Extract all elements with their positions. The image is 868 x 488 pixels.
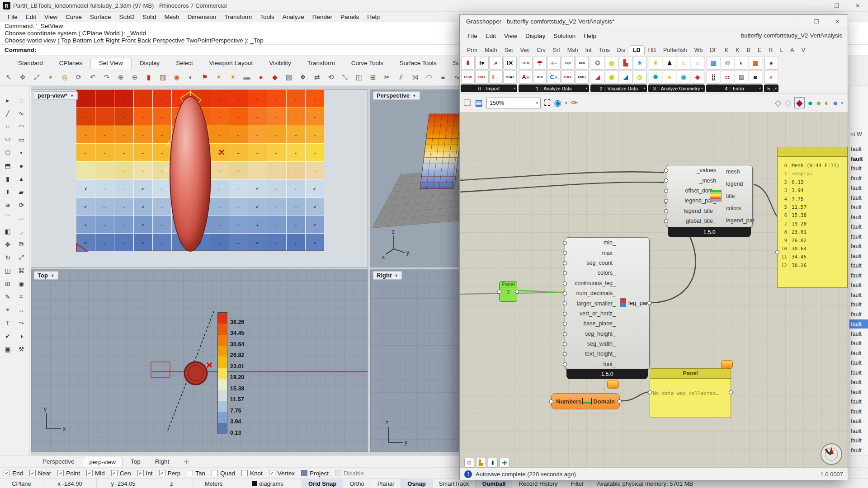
layer-row[interactable]: fault [849, 213, 868, 222]
panel-component-nodata[interactable]: Panel No data was collected… [650, 368, 731, 418]
layer-row[interactable]: fault [849, 222, 868, 231]
zoom-focus-icon[interactable]: ⛶ [544, 98, 550, 108]
gh-tab-pufferfish-12[interactable]: Pufferfish [660, 46, 691, 55]
ball-teal-icon[interactable]: ● [808, 98, 813, 108]
copy-icon[interactable]: ⧉ [15, 238, 28, 250]
input-port[interactable] [563, 271, 567, 275]
toolbar-tab-display[interactable]: Display [132, 57, 168, 69]
ellipse-icon[interactable]: ⬭ [2, 133, 14, 145]
output-label[interactable]: legend [726, 181, 743, 187]
checkbox-icon[interactable] [335, 470, 341, 476]
menu-help[interactable]: Help [363, 13, 384, 21]
menu-transform[interactable]: Transform [220, 13, 256, 21]
panel-component-data[interactable]: 0Mesh (V:44 F:11)1<empty>20.1333.9447.75… [777, 147, 848, 288]
checkbox-icon[interactable] [212, 470, 218, 476]
zoom-target-icon[interactable]: ◎ [59, 71, 71, 83]
gh-tab-k-16[interactable]: K [732, 46, 743, 55]
menu-analyze[interactable]: Analyze [278, 13, 308, 21]
checkbox-icon[interactable]: ✓ [137, 470, 144, 476]
checkbox-icon[interactable]: ✓ [269, 470, 275, 476]
lb-component-icon[interactable]: ◙ [749, 70, 762, 84]
gh-tab-set-2[interactable]: Set [501, 46, 517, 55]
input-port[interactable] [563, 282, 567, 286]
layer-row[interactable]: fault [849, 164, 868, 173]
layer-row[interactable]: fault [849, 319, 868, 328]
legend-parameters-component[interactable]: min_max_seg_count_colors_continuous_leg_… [565, 237, 650, 369]
checkbox-icon[interactable]: ✓ [57, 470, 64, 476]
input-label[interactable]: num_decimals_ [576, 290, 616, 296]
gh-tab-v-22[interactable]: V [798, 46, 809, 55]
gh-menu-edit[interactable]: Edit [481, 32, 500, 40]
save-file-icon[interactable]: ▤ [475, 98, 483, 108]
status-toggle-record-history[interactable]: Record History [512, 479, 564, 488]
lb-component-icon[interactable]: ◗ [764, 70, 778, 84]
leader-icon[interactable]: ⤳ [15, 317, 28, 329]
point-icon[interactable]: • [15, 146, 28, 159]
osnap-perp[interactable]: ✓Perp [159, 470, 181, 477]
lb-component-icon[interactable]: ◢ [619, 70, 632, 84]
scale-icon[interactable]: ⤢ [15, 251, 28, 263]
loft-icon[interactable]: ≋ [2, 199, 14, 211]
output-label[interactable]: legend_par [726, 217, 755, 224]
cylinder-icon[interactable]: ▮ [2, 173, 14, 185]
lb-component-icon[interactable]: ✺ [649, 70, 662, 84]
lb-component-icon[interactable]: ☂ [533, 56, 547, 70]
pan-icon[interactable]: ✥ [17, 71, 28, 83]
osnap-knot[interactable]: Knot [241, 470, 263, 477]
check-icon[interactable]: ✔ [2, 330, 14, 342]
layer-row[interactable]: fault [849, 417, 868, 426]
zoom-in-icon[interactable]: ⊕ [115, 71, 127, 83]
checkbox-icon[interactable]: ✓ [111, 470, 118, 476]
maximize-icon[interactable]: ❐ [806, 15, 827, 28]
zoom-window-icon[interactable]: ⌖ [45, 71, 57, 83]
gh-tab-l-20[interactable]: L [776, 46, 787, 55]
lb-component-icon[interactable]: I♥ [475, 56, 489, 70]
menu-dimension[interactable]: Dimension [183, 13, 220, 21]
gem-shaded-icon[interactable]: ◆ [794, 97, 805, 108]
status-cell[interactable]: CPlane [0, 479, 43, 488]
preview-eye-icon[interactable]: ◉ [554, 98, 561, 108]
input-port[interactable] [563, 312, 567, 316]
mirror-icon[interactable]: ◫ [2, 264, 14, 277]
input-port[interactable] [563, 261, 567, 265]
rectangle-icon[interactable]: ▭ [15, 133, 28, 145]
gh-tab-lb-10[interactable]: LB [629, 45, 645, 55]
osnap-quad[interactable]: Quad [212, 470, 235, 477]
shade-icon[interactable]: ◑ [15, 330, 28, 342]
input-port[interactable] [664, 178, 668, 183]
gh-tab-b-17[interactable]: B [743, 46, 754, 55]
polygon-icon[interactable]: ⬠ [2, 146, 14, 159]
checkbox-icon[interactable]: ✓ [29, 470, 36, 476]
gh-tab-df-14[interactable]: DF [706, 46, 721, 55]
gh-menu-help[interactable]: Help [580, 32, 600, 40]
toolbar-tab-surface-tools[interactable]: Surface Tools [392, 57, 445, 69]
lb-component-icon[interactable]: ◉ [677, 70, 690, 84]
checkbox-icon[interactable]: ✓ [4, 470, 10, 476]
material-icon[interactable]: ◉ [171, 71, 183, 83]
lb-component-icon[interactable]: EPW [461, 70, 475, 84]
compass-widget[interactable] [821, 443, 842, 465]
input-port[interactable] [664, 189, 668, 193]
input-port[interactable] [563, 251, 567, 255]
lb-group-label[interactable]: 0 :: Import [461, 84, 517, 92]
gem-wire-icon[interactable]: ◇ [775, 98, 782, 108]
rotate-icon[interactable]: ↻ [2, 251, 14, 263]
gh-tab-prm-0[interactable]: Prm [463, 46, 481, 55]
lb-component-icon[interactable]: ◢ [591, 70, 604, 84]
input-label[interactable]: continuous_leg_ [575, 280, 616, 286]
checkbox-icon[interactable] [187, 470, 193, 476]
lb-component-icon[interactable]: ♟ [663, 56, 676, 70]
boolean-icon[interactable]: ◧ [2, 225, 14, 237]
text-icon[interactable]: T [2, 317, 14, 329]
red-dot-icon[interactable]: ● [255, 71, 267, 83]
lb-component-icon[interactable]: B|8 [561, 56, 575, 70]
lb-component-icon[interactable]: ▨ [735, 70, 748, 84]
lb-component-icon[interactable]: ◘ [721, 70, 734, 84]
layer-row[interactable]: fault [849, 300, 868, 309]
input-port[interactable] [549, 399, 553, 404]
input-label[interactable]: min_ [604, 239, 616, 246]
warning-balloon-icon[interactable] [721, 360, 733, 369]
osnap-project[interactable]: Project [301, 470, 329, 477]
layer-row[interactable]: fault [849, 183, 868, 192]
status-toggle-grid-snap[interactable]: Grid Snap [302, 479, 343, 488]
